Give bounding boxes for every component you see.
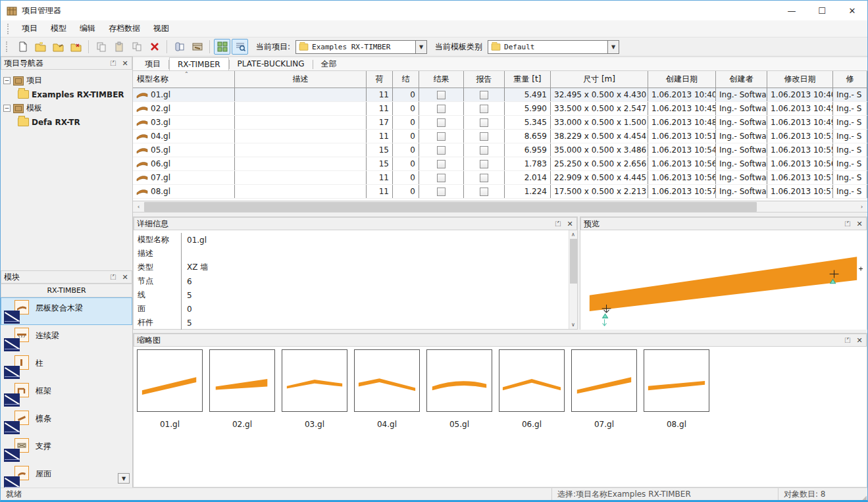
- column-header-description[interactable]: 描述: [235, 71, 367, 88]
- thumbnail-image[interactable]: [644, 349, 709, 412]
- model-name-cell[interactable]: 01.gl: [133, 88, 235, 101]
- scrollbar-thumb[interactable]: [570, 239, 577, 284]
- column-header-report[interactable]: 报告: [464, 71, 505, 88]
- pin-icon[interactable]: ⏍: [844, 220, 852, 228]
- thumbnail-image[interactable]: [209, 349, 275, 412]
- table-row[interactable]: 01.gl1105.49132.495 x 0.500 x 4.4301.06.…: [133, 88, 867, 102]
- table-row[interactable]: 06.gl1501.78325.250 x 0.500 x 2.6561.06.…: [133, 157, 867, 171]
- tab-project[interactable]: 项目: [137, 57, 168, 70]
- table-row[interactable]: 05.gl1506.95935.000 x 0.500 x 3.4861.06.…: [133, 143, 867, 157]
- model-name-cell[interactable]: 05.gl: [133, 143, 235, 157]
- model-name-cell[interactable]: 04.gl: [133, 130, 235, 143]
- report-checkbox[interactable]: [480, 188, 488, 196]
- tree-node-project-examples[interactable]: Examples RX-TIMBER: [3, 88, 130, 101]
- module-item-glulam-beam[interactable]: 层板胶合木梁: [1, 297, 132, 325]
- details-view-toggle[interactable]: [232, 39, 248, 55]
- table-row[interactable]: 03.gl1705.34533.000 x 0.500 x 1.5001.06.…: [133, 116, 867, 130]
- archive-button[interactable]: [189, 39, 205, 55]
- model-name-cell[interactable]: 08.gl: [133, 185, 235, 198]
- tab-all[interactable]: 全部: [313, 57, 345, 70]
- thumbnail-card[interactable]: 03.gl: [282, 349, 347, 429]
- paste-button[interactable]: [111, 39, 127, 55]
- scroll-left-icon[interactable]: ‹: [133, 201, 144, 213]
- thumbnail-image[interactable]: [426, 349, 492, 412]
- tree-node-template-default[interactable]: Defa RX-TR: [3, 115, 130, 129]
- results-checkbox[interactable]: [437, 188, 446, 196]
- tree-node-templates[interactable]: − 模板: [3, 101, 130, 115]
- thumbnail-image[interactable]: [137, 349, 203, 412]
- pin-icon[interactable]: ⏍: [109, 273, 117, 281]
- module-item-column[interactable]: 柱: [1, 353, 132, 380]
- copy-button[interactable]: [93, 39, 109, 55]
- results-checkbox[interactable]: [437, 105, 446, 113]
- table-row[interactable]: 07.gl1102.01422.909 x 0.500 x 4.4451.06.…: [133, 171, 867, 185]
- maximize-button[interactable]: ☐: [807, 1, 837, 20]
- template-category-combobox[interactable]: Default ▼: [488, 40, 619, 54]
- menu-view[interactable]: 视图: [147, 21, 175, 36]
- module-item-frame[interactable]: 框架: [1, 380, 132, 408]
- pin-icon[interactable]: ⏍: [554, 220, 562, 228]
- duplicate-button[interactable]: [128, 39, 145, 55]
- column-header-results[interactable]: 结果: [419, 71, 464, 88]
- column-header-size[interactable]: 尺寸 [m]: [551, 71, 648, 88]
- column-header-modifier[interactable]: 修: [833, 71, 867, 88]
- close-panel-icon[interactable]: ✕: [121, 59, 129, 67]
- copy-to-project-button[interactable]: [171, 39, 188, 55]
- pin-icon[interactable]: ⏍: [109, 59, 117, 67]
- module-item-purlin[interactable]: 檩条: [1, 408, 132, 436]
- modules-scroll-down-button[interactable]: ▼: [118, 473, 130, 484]
- thumbnail-card[interactable]: 01.gl: [137, 349, 203, 429]
- results-checkbox[interactable]: [437, 160, 446, 168]
- tab-rx-timber[interactable]: RX-TIMBER: [169, 57, 229, 70]
- current-project-combobox[interactable]: Examples RX-TIMBER ▼: [295, 40, 427, 54]
- thumbnail-image[interactable]: [499, 349, 565, 412]
- report-checkbox[interactable]: [480, 132, 488, 141]
- module-item-continuous-beam[interactable]: 连续梁: [1, 325, 132, 353]
- tree-node-projects[interactable]: − 项目: [3, 74, 130, 88]
- report-checkbox[interactable]: [480, 174, 488, 182]
- menu-project[interactable]: 项目: [16, 21, 43, 36]
- thumbnail-card[interactable]: 08.gl: [644, 349, 709, 429]
- column-header-created[interactable]: 创建日期: [648, 71, 716, 88]
- delete-button[interactable]: [146, 39, 163, 55]
- results-checkbox[interactable]: [437, 118, 446, 127]
- table-row[interactable]: 04.gl1108.65938.229 x 0.500 x 4.4541.06.…: [133, 130, 867, 143]
- table-row[interactable]: 08.gl1101.22417.500 x 0.500 x 2.2131.06.…: [133, 185, 867, 199]
- close-button[interactable]: ✕: [837, 1, 867, 20]
- thumbnail-card[interactable]: 05.gl: [426, 349, 492, 429]
- table-horizontal-scrollbar[interactable]: ‹ ›: [133, 201, 867, 213]
- collapse-icon[interactable]: −: [3, 77, 11, 84]
- thumbnail-card[interactable]: 07.gl: [571, 349, 637, 429]
- thumbnail-image[interactable]: [571, 349, 637, 412]
- pin-icon[interactable]: ⏍: [844, 336, 852, 344]
- details-vertical-scrollbar[interactable]: ∧ ∨: [569, 230, 577, 329]
- results-checkbox[interactable]: [437, 146, 446, 155]
- thumbnails-view-toggle[interactable]: [214, 39, 230, 55]
- results-checkbox[interactable]: [437, 174, 446, 182]
- column-header-load-cases[interactable]: 荷: [367, 71, 393, 88]
- scroll-right-icon[interactable]: ›: [856, 201, 867, 213]
- new-document-button[interactable]: [14, 39, 31, 55]
- results-checkbox[interactable]: [437, 132, 446, 141]
- dropdown-arrow-icon[interactable]: ▼: [415, 41, 426, 53]
- thumbnail-card[interactable]: 06.gl: [499, 349, 565, 429]
- column-header-combinations[interactable]: 结: [393, 71, 419, 88]
- table-row[interactable]: 02.gl1105.99033.500 x 0.500 x 2.5471.06.…: [133, 102, 867, 116]
- new-model-button[interactable]: [50, 39, 66, 55]
- report-checkbox[interactable]: [480, 91, 488, 99]
- collapse-icon[interactable]: −: [3, 105, 11, 112]
- close-panel-icon[interactable]: ✕: [121, 273, 129, 281]
- menu-archive-data[interactable]: 存档数据: [103, 21, 146, 36]
- thumbnail-card[interactable]: 02.gl: [209, 349, 275, 429]
- column-header-weight[interactable]: 重量 [t]: [505, 71, 551, 88]
- model-name-cell[interactable]: 07.gl: [133, 171, 235, 184]
- module-item-roof[interactable]: 屋面: [1, 463, 132, 488]
- results-checkbox[interactable]: [437, 91, 446, 99]
- column-header-model-name[interactable]: 模型名称⌃: [133, 71, 235, 88]
- thumbnail-card[interactable]: 04.gl: [354, 349, 420, 429]
- menu-edit[interactable]: 编辑: [74, 21, 101, 36]
- model-name-cell[interactable]: 03.gl: [133, 116, 235, 129]
- modules-group-header[interactable]: RX-TIMBER: [1, 284, 132, 297]
- column-header-modified[interactable]: 修改日期: [767, 71, 833, 88]
- scroll-down-icon[interactable]: ∨: [569, 320, 577, 329]
